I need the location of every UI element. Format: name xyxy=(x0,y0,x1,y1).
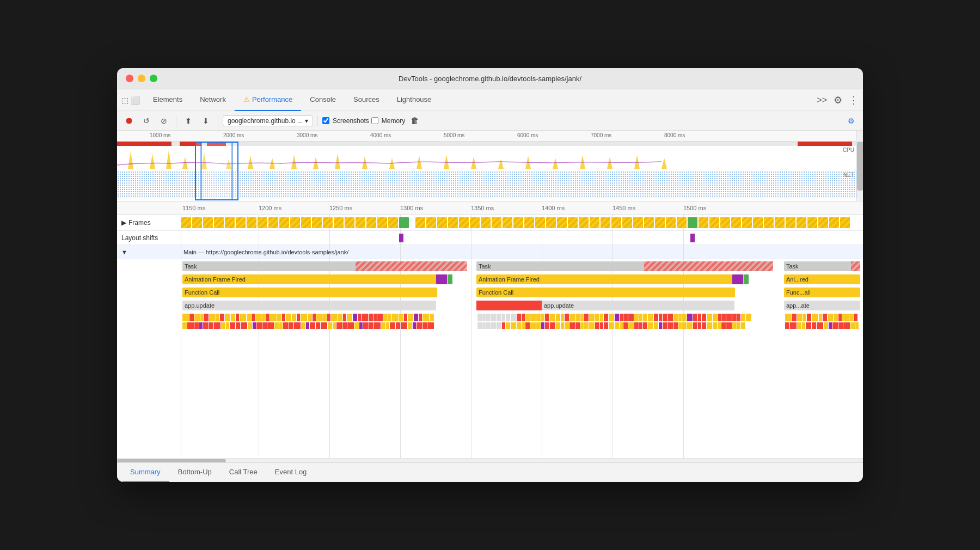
frames-triangle[interactable]: ▶ xyxy=(121,219,126,227)
svg-rect-254 xyxy=(511,322,516,329)
selection-handle-left[interactable] xyxy=(200,143,202,199)
scrollbar-thumb[interactable] xyxy=(857,142,863,191)
tab-call-tree[interactable]: Call Tree xyxy=(220,463,266,482)
tab-console[interactable]: Console xyxy=(301,89,345,111)
svg-rect-235 xyxy=(693,314,697,321)
upload-button[interactable]: ⬆ xyxy=(181,113,196,129)
svg-rect-17 xyxy=(345,217,354,228)
h-scrollbar[interactable] xyxy=(117,458,863,462)
tab-event-log[interactable]: Event Log xyxy=(266,463,316,482)
svg-rect-291 xyxy=(693,322,697,329)
settings-icon[interactable]: ⚙ xyxy=(834,94,842,106)
svg-rect-229 xyxy=(663,314,667,321)
svg-rect-19 xyxy=(366,217,376,228)
trash-button[interactable]: 🗑 xyxy=(407,113,422,129)
svg-text:app...ate: app...ate xyxy=(786,302,810,309)
svg-rect-59 xyxy=(807,217,817,228)
download-button[interactable]: ⬇ xyxy=(198,113,213,129)
svg-rect-53 xyxy=(742,217,752,228)
svg-rect-116 xyxy=(292,314,296,321)
devtools-icons: ⬚ ⬜ xyxy=(121,96,140,105)
record-button[interactable]: ⏺ xyxy=(121,113,137,129)
maximize-button[interactable] xyxy=(150,75,157,82)
svg-rect-144 xyxy=(182,322,187,329)
tab-summary[interactable]: Summary xyxy=(121,463,169,482)
svg-rect-246 xyxy=(746,314,751,321)
svg-rect-139 xyxy=(408,314,413,321)
svg-rect-10 xyxy=(268,217,278,228)
screenshots-checkbox[interactable] xyxy=(322,117,329,124)
svg-rect-298 xyxy=(726,322,732,329)
svg-rect-151 xyxy=(221,322,225,329)
svg-rect-166 xyxy=(301,322,305,329)
tick-6000: 6000 ms xyxy=(517,132,538,138)
reload-button[interactable]: ↺ xyxy=(139,113,154,129)
scrollbar-track[interactable] xyxy=(856,131,863,201)
svg-rect-102 xyxy=(220,314,224,321)
clear-button[interactable]: ⊘ xyxy=(156,113,171,129)
svg-rect-14 xyxy=(312,217,322,228)
selection-handle-right[interactable] xyxy=(231,143,233,199)
url-selector[interactable]: googlechrome.github.io ... ▾ xyxy=(223,115,313,126)
minimize-button[interactable] xyxy=(138,75,145,82)
tab-network[interactable]: Network xyxy=(191,89,235,111)
svg-rect-11 xyxy=(279,217,289,228)
svg-rect-218 xyxy=(609,314,614,321)
svg-text:Func...all: Func...all xyxy=(786,289,811,296)
svg-rect-269 xyxy=(584,322,589,329)
main-triangle[interactable]: ▼ xyxy=(121,249,127,255)
tab-bottom-up[interactable]: Bottom-Up xyxy=(169,463,220,482)
svg-rect-141 xyxy=(419,314,422,321)
svg-rect-28 xyxy=(470,217,480,228)
svg-rect-104 xyxy=(231,314,235,321)
title-bar: DevTools - googlechrome.github.io/devtoo… xyxy=(117,68,863,89)
svg-rect-300 xyxy=(737,322,740,329)
svg-rect-170 xyxy=(321,322,327,329)
svg-rect-105 xyxy=(236,314,239,321)
capture-settings-button[interactable]: ⚙ xyxy=(843,113,859,129)
svg-rect-157 xyxy=(253,322,256,329)
label-column xyxy=(117,259,181,458)
svg-rect-128 xyxy=(353,314,357,321)
svg-rect-260 xyxy=(541,322,544,329)
memory-checkbox[interactable] xyxy=(371,117,378,124)
devtools-window: DevTools - googlechrome.github.io/devtoo… xyxy=(117,68,863,482)
svg-rect-284 xyxy=(659,322,662,329)
svg-rect-243 xyxy=(732,314,737,321)
timeline-overview[interactable]: 1000 ms 2000 ms 3000 ms 4000 ms 5000 ms … xyxy=(117,131,863,201)
svg-rect-26 xyxy=(448,217,458,228)
menu-icon[interactable]: ⋮ xyxy=(849,94,859,106)
svg-rect-184 xyxy=(396,322,400,329)
frames-label: ▶ Frames xyxy=(117,215,181,230)
traffic-lights xyxy=(126,75,157,82)
overview-ruler: 1000 ms 2000 ms 3000 ms 4000 ms 5000 ms … xyxy=(117,131,863,142)
svg-rect-196 xyxy=(502,314,505,321)
h-scrollbar-thumb[interactable] xyxy=(117,459,226,462)
svg-rect-267 xyxy=(575,322,580,329)
red-task-1 xyxy=(117,142,171,146)
more-tabs-button[interactable]: >> xyxy=(817,95,827,105)
tab-sources[interactable]: Sources xyxy=(345,89,388,111)
tab-elements[interactable]: Elements xyxy=(144,89,191,111)
tab-lighthouse[interactable]: Lighthouse xyxy=(388,89,440,111)
svg-rect-97 xyxy=(194,314,200,321)
svg-rect-2 xyxy=(181,217,191,228)
tab-performance[interactable]: ⚠ Performance xyxy=(235,89,301,111)
svg-rect-255 xyxy=(517,322,521,329)
svg-rect-265 xyxy=(565,322,569,329)
device-icon[interactable]: ⬜ xyxy=(131,96,140,105)
svg-rect-115 xyxy=(286,314,291,321)
selection-box[interactable] xyxy=(195,142,238,200)
cursor-icon[interactable]: ⬚ xyxy=(121,96,128,105)
tick-1000: 1000 ms xyxy=(150,132,170,138)
svg-rect-299 xyxy=(732,322,737,329)
svg-rect-103 xyxy=(225,314,230,321)
svg-rect-263 xyxy=(556,322,560,329)
svg-rect-305 xyxy=(803,314,806,321)
close-button[interactable] xyxy=(126,75,133,82)
svg-rect-54 xyxy=(753,217,763,228)
svg-rect-257 xyxy=(525,322,530,329)
layout-shifts-label: Layout shifts xyxy=(117,231,181,245)
svg-rect-109 xyxy=(255,314,261,321)
svg-text:app.update: app.update xyxy=(185,302,215,309)
